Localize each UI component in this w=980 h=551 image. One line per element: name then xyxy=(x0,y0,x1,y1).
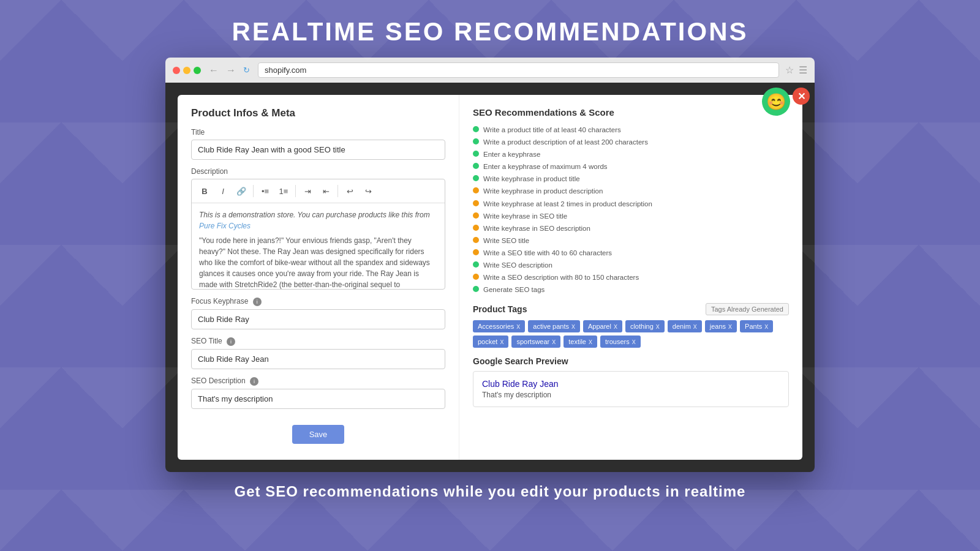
recommendation-item: Write SEO description xyxy=(473,260,789,270)
tag-remove[interactable]: x xyxy=(614,322,617,331)
tag-label: jeans xyxy=(710,323,726,330)
recommendation-item: Write keyphrase in product description xyxy=(473,186,789,196)
save-row: Save xyxy=(191,416,445,448)
focus-keyphrase-input[interactable] xyxy=(191,309,445,329)
recommendation-item: Write a product title of at least 40 cha… xyxy=(473,125,789,135)
numbered-list-btn[interactable]: 1≡ xyxy=(276,183,292,199)
tag[interactable]: Apparel x xyxy=(583,320,622,332)
save-button[interactable]: Save xyxy=(292,425,345,444)
tag-remove[interactable]: x xyxy=(516,322,520,331)
seo-description-label: SEO Description i xyxy=(191,377,445,386)
italic-btn[interactable]: I xyxy=(215,183,231,199)
recommendation-item: Write keyphrase at least 2 times in prod… xyxy=(473,199,789,209)
google-preview-desc-text: That's my description xyxy=(482,391,780,399)
refresh-btn[interactable]: ↻ xyxy=(241,66,252,75)
tag-remove[interactable]: x xyxy=(656,322,660,331)
seo-recommendations-title: SEO Recommendations & Score xyxy=(473,107,789,118)
rec-text: Write keyphrase at least 2 times in prod… xyxy=(483,199,652,209)
tag-label: trousers xyxy=(605,338,630,345)
dot-red[interactable] xyxy=(173,67,180,74)
keyphrase-info-icon: i xyxy=(253,298,262,306)
rec-dot xyxy=(473,200,479,206)
forward-btn[interactable]: → xyxy=(224,65,238,76)
tag-remove[interactable]: x xyxy=(764,322,768,331)
google-preview-box: Club Ride Ray Jean That's my description xyxy=(473,371,789,407)
focus-keyphrase-label: Focus Keyphrase i xyxy=(191,297,445,306)
rec-dot xyxy=(473,175,479,181)
google-preview-title-label: Google Search Preview xyxy=(473,356,789,366)
google-preview-site-title[interactable]: Club Ride Ray Jean xyxy=(482,379,780,389)
tag-label: Apparel xyxy=(588,323,611,330)
panel-title: Product Infos & Meta xyxy=(191,107,445,119)
tag-label: clothing xyxy=(630,323,654,330)
product-tags-section: Product Tags Tags Already Generated Acce… xyxy=(473,303,789,348)
page-header: REALTIME SEO RECOMMENDATIONS xyxy=(0,0,980,58)
tag-remove[interactable]: x xyxy=(728,322,732,331)
tag-remove[interactable]: x xyxy=(552,337,556,346)
rec-text: Enter a keyphrase xyxy=(483,149,540,159)
close-button[interactable]: ✕ xyxy=(793,88,810,105)
tag[interactable]: denim x xyxy=(668,320,702,332)
tag[interactable]: Accessories x xyxy=(473,320,525,332)
tag[interactable]: jeans x xyxy=(705,320,737,332)
tags-container: Accessories xactive pants xApparel xclot… xyxy=(473,320,789,348)
rec-text: Write a SEO description with 80 to 150 c… xyxy=(483,272,639,282)
tag[interactable]: textile x xyxy=(564,335,597,348)
tag-remove[interactable]: x xyxy=(693,322,697,331)
rec-text: Write a product description of at least … xyxy=(483,137,648,147)
tags-generated-btn[interactable]: Tags Already Generated xyxy=(706,303,789,315)
tag[interactable]: sportswear x xyxy=(511,335,560,348)
rec-dot xyxy=(473,126,479,132)
outdent-btn[interactable]: ⇤ xyxy=(318,183,334,199)
rec-dot xyxy=(473,187,479,193)
seo-desc-info-icon: i xyxy=(250,377,258,386)
seo-title-input[interactable] xyxy=(191,349,445,369)
rec-dot xyxy=(473,151,479,157)
dot-green[interactable] xyxy=(194,67,201,74)
page-footer: Get SEO recommendations while you edit y… xyxy=(0,472,980,500)
indent-btn[interactable]: ⇥ xyxy=(300,183,315,199)
tag-remove[interactable]: x xyxy=(500,337,503,346)
left-panel: Product Infos & Meta Title Description B… xyxy=(178,95,459,460)
italic-line: This is a demonstration store. You can p… xyxy=(199,209,437,231)
bullet-list-btn[interactable]: •≡ xyxy=(257,183,273,199)
tag-label: active pants xyxy=(533,323,569,330)
editor-content[interactable]: This is a demonstration store. You can p… xyxy=(192,203,445,289)
tag-remove[interactable]: x xyxy=(571,322,575,331)
recommendation-item: Write a SEO title with 40 to 60 characte… xyxy=(473,248,789,258)
recommendations-list: Write a product title of at least 40 cha… xyxy=(473,125,789,294)
editor-toolbar: B I 🔗 •≡ 1≡ ⇥ ⇤ ↩ ↪ xyxy=(192,179,445,203)
tag[interactable]: active pants x xyxy=(528,320,580,332)
star-icon: ☆ xyxy=(785,64,794,76)
address-bar[interactable]: shopify.com xyxy=(258,62,779,78)
smiley-button[interactable]: 😊 xyxy=(762,88,790,116)
seo-description-input[interactable] xyxy=(191,389,445,409)
redo-btn[interactable]: ↪ xyxy=(360,183,376,199)
recommendation-item: Write keyhrase in SEO title xyxy=(473,211,789,221)
description-link[interactable]: Pure Fix Cycles xyxy=(199,222,251,230)
tag[interactable]: trousers x xyxy=(600,335,641,348)
rec-text: Write a product title of at least 40 cha… xyxy=(483,125,621,135)
browser-dots xyxy=(173,67,201,74)
tag-remove[interactable]: x xyxy=(589,337,592,346)
google-preview-section: Google Search Preview Club Ride Ray Jean… xyxy=(473,356,789,407)
tag[interactable]: pocket x xyxy=(473,335,508,348)
toolbar-divider-1 xyxy=(253,185,254,197)
undo-btn[interactable]: ↩ xyxy=(342,183,358,199)
toolbar-divider-3 xyxy=(337,185,338,197)
tag[interactable]: clothing x xyxy=(625,320,665,332)
seo-title-info-icon: i xyxy=(227,337,235,346)
link-btn[interactable]: 🔗 xyxy=(233,183,249,199)
rec-dot xyxy=(473,212,479,219)
description-editor: B I 🔗 •≡ 1≡ ⇥ ⇤ ↩ ↪ xyxy=(191,179,445,290)
rec-text: Write keyphrase in product title xyxy=(483,174,580,184)
title-input[interactable] xyxy=(191,140,445,160)
bold-btn[interactable]: B xyxy=(197,183,213,199)
dot-yellow[interactable] xyxy=(183,67,190,74)
tag[interactable]: Pants x xyxy=(740,320,773,332)
rec-text: Write keyhrase in SEO title xyxy=(483,211,567,221)
tag-label: sportswear xyxy=(516,338,549,345)
tag-remove[interactable]: x xyxy=(632,337,636,346)
product-tags-title: Product Tags xyxy=(473,304,527,314)
back-btn[interactable]: ← xyxy=(207,65,221,76)
